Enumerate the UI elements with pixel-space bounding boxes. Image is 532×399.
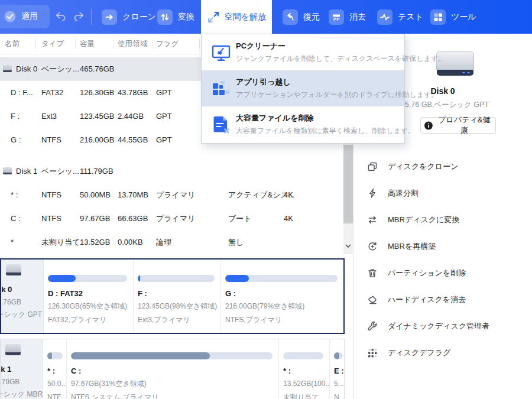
dropdown-item-title: アプリ引っ越し — [236, 77, 404, 87]
menu-item-label: パーティションを削除 — [388, 268, 466, 278]
row-type: NTFS — [41, 207, 61, 231]
dropdown-item-pc-cleaner[interactable]: PCクリーナー ジャンクファイルを削除して、ディスクスペースを確保します。 — [202, 34, 404, 70]
undo-icon[interactable] — [54, 10, 67, 23]
clone-disk-icon — [366, 161, 378, 173]
partition-capacity: 50.0... — [47, 379, 63, 389]
row-type: ベーシッ... — [41, 160, 79, 183]
menu-item-dynamic-disk[interactable]: ダイナミックディスク管理者 — [353, 313, 532, 339]
header-divider — [75, 39, 76, 48]
partition-capacity: 216.00GB(79%空き領域) — [225, 301, 338, 312]
column-header-capacity[interactable]: 容量 — [80, 34, 95, 54]
table-row-unallocated[interactable]: * 未割り当て 13.52GB 0.00KB 論理 無し — [0, 231, 343, 254]
toolbar-item-convert[interactable]: 変換 — [157, 0, 194, 34]
menu-item-delete-partition[interactable]: パーティションを削除 — [353, 259, 532, 286]
partition-title: G : — [225, 289, 338, 298]
row-type: 未割り当て — [41, 231, 80, 254]
dropdown-item-app-migration[interactable]: アプリ引っ越し アプリケーションやフォルダーを別のドライブに移動します。 — [202, 70, 404, 106]
row-name: * : — [11, 183, 18, 207]
wrench-icon — [366, 320, 378, 332]
partition-fs: 未割り当て — [283, 392, 323, 399]
menu-item-quick-partition[interactable]: 高速分割 — [353, 180, 532, 206]
header-divider — [152, 39, 153, 48]
menu-item-label: ディスクデフラグ — [388, 348, 450, 358]
table-row-c[interactable]: C : NTFS 97.67GB 66.63GB プライマリ ブート 4K — [0, 207, 343, 231]
toolbar-item-label: 復元 — [303, 12, 320, 22]
row-capacity: 97.67GB — [80, 207, 110, 231]
partition-card-c[interactable]: C : 97.67GB(31%空き領域) NTFS システム,プライマリ — [67, 339, 279, 399]
table-row-sys[interactable]: * : NTFS 50.00MB 13.70MB プライマリ アクティブ&シス.… — [0, 183, 343, 207]
menu-item-defrag[interactable]: ディスクデフラグ — [353, 339, 532, 366]
table-row-disk1[interactable]: Disk 1 ベーシッ... 111.79GB — [0, 160, 343, 183]
partition-title: D : FAT32 — [48, 289, 127, 298]
disk-icon — [3, 167, 12, 174]
free-space-icon — [207, 11, 220, 24]
disk0-map-info[interactable]: Disk 0 465.76GB ベーシック GPT — [1, 259, 44, 333]
column-header-flag[interactable]: フラグ — [156, 34, 179, 54]
toolbar-item-test[interactable]: テスト — [377, 0, 423, 34]
dropdown-item-title: 大容量ファイルを削除 — [236, 113, 404, 124]
toolbar-item-label: テスト — [398, 12, 423, 22]
pc-cleaner-icon — [211, 43, 231, 63]
convert-icon — [157, 9, 173, 25]
partition-title: C : — [71, 366, 273, 375]
partition-card-f[interactable]: F : 123.45GB(98%空き領域) Ext3,プライマリ — [134, 259, 221, 333]
row-name: C : — [11, 207, 21, 231]
column-header-type[interactable]: タイプ — [41, 34, 64, 54]
row-type: ベーシッ... — [41, 57, 79, 81]
partition-capacity: 13.52GB(100... — [283, 379, 323, 389]
partition-card-e[interactable]: E : 5... N... — [330, 339, 344, 399]
trash-icon — [366, 267, 378, 279]
disk-icon — [6, 264, 21, 275]
usage-bar — [138, 275, 215, 282]
disk1-map-info[interactable]: Disk 1 111.79GB ベーシック MBR — [1, 339, 43, 399]
menu-item-convert-mbr[interactable]: MBRディスクに変換 — [353, 206, 532, 233]
row-used: 13.70MB — [118, 183, 148, 207]
usage-bar — [47, 352, 63, 359]
toolbar-item-tools[interactable]: ツール — [430, 0, 476, 34]
toolbar-item-clone[interactable]: クローン — [102, 0, 156, 34]
toolbar-divider — [91, 9, 92, 25]
properties-health-button[interactable]: プロパティ&健康 — [420, 117, 496, 134]
partition-card-d[interactable]: D : FAT32 126.30GB(65%空き領域) FAT32,プライマリ — [44, 259, 134, 333]
apply-button[interactable]: 適用 — [0, 5, 50, 28]
row-name: * — [11, 231, 14, 254]
dropdown-item-desc: ジャンクファイルを削除して、ディスクスペースを確保します。 — [236, 54, 404, 64]
partition-title: E : — [334, 366, 343, 375]
delete-large-files-icon — [211, 115, 231, 135]
row-name: Disk 1 — [16, 167, 37, 176]
clone-icon — [102, 9, 117, 25]
toolbar-item-label: 変換 — [178, 12, 194, 22]
defrag-grid-icon — [366, 347, 378, 359]
row-type: NTFS — [41, 128, 61, 152]
toolbar-item-erase[interactable]: 消去 — [329, 0, 366, 34]
row-flag: GPT — [156, 81, 172, 105]
disk-icon — [5, 344, 21, 355]
properties-health-label: プロパティ&健康 — [437, 115, 492, 136]
column-header-used[interactable]: 使用領域 — [118, 34, 147, 54]
app-migration-icon — [211, 79, 231, 99]
toolbar: 適用 クローン 変換 空間を解放 復元 消去 テスト ツール — [0, 0, 532, 34]
row-type: FAT32 — [41, 81, 63, 105]
row-capacity: 216.00GB — [80, 128, 115, 152]
toolbar-item-recover[interactable]: 復元 — [283, 0, 320, 34]
eraser-icon — [366, 294, 378, 306]
partition-card-sys[interactable]: * : 50.0... NTF... — [43, 339, 67, 399]
partition-card-unallocated[interactable]: * : 13.52GB(100... 未割り当て — [279, 339, 330, 399]
scrollbar-thumb[interactable] — [343, 145, 353, 223]
column-header-name[interactable]: 名前 — [5, 34, 20, 54]
disk-map-name: Disk 1 — [1, 363, 43, 376]
partition-card-g[interactable]: G : 216.00GB(79%空き領域) NTFS,プライマリ — [221, 259, 343, 333]
toolbar-tab-free-space[interactable]: 空間を解放 — [201, 0, 272, 34]
app-window: { "toolbar": { "apply_label": "適用", "ite… — [0, 0, 532, 399]
partition-capacity: 97.67GB(31%空き領域) — [71, 379, 273, 389]
menu-item-clone-disk[interactable]: ディスクをクローン — [353, 153, 532, 180]
scroll-down-icon[interactable] — [345, 244, 351, 248]
row-status: ブート — [228, 207, 252, 231]
dropdown-item-delete-large-files[interactable]: 大容量ファイルを削除 大容量ファイルを種類別に素早く検索し、削除します。 — [202, 106, 404, 142]
redo-icon[interactable] — [72, 10, 85, 23]
rebuild-circle-icon — [366, 241, 378, 252]
menu-item-rebuild-mbr[interactable]: MBRを再構築 — [353, 233, 532, 259]
menu-item-wipe-disk[interactable]: ハードディスクを消去 — [353, 286, 532, 313]
header-divider — [199, 39, 200, 48]
row-capacity: 13.52GB — [80, 231, 110, 254]
